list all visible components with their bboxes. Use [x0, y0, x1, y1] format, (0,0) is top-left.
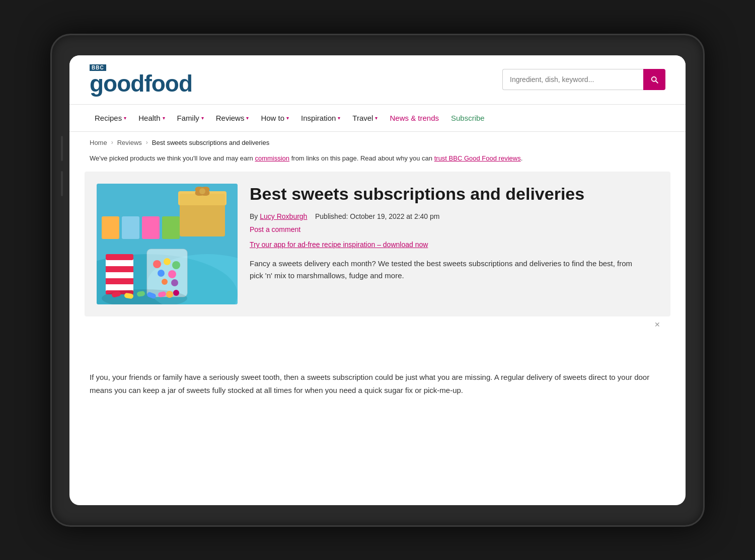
nav-label-news-trends: News & trends [390, 114, 439, 122]
disclosure-text-middle: from links on this page. Read about why … [289, 154, 434, 162]
nav-label-inspiration: Inspiration [301, 114, 336, 122]
article-meta: Best sweets subscriptions and deliveries… [238, 184, 658, 304]
svg-point-23 [168, 270, 176, 278]
nav-item-reviews[interactable]: Reviews ▾ [211, 105, 254, 131]
nav-label-reviews: Reviews [216, 114, 245, 122]
nav-item-news-trends[interactable]: News & trends [385, 105, 444, 131]
ad-close-button[interactable]: ✕ [654, 321, 660, 329]
svg-point-32 [166, 291, 173, 298]
breadcrumb-sep-1: › [111, 139, 113, 146]
svg-rect-11 [142, 216, 160, 239]
svg-point-22 [158, 270, 165, 277]
article-byline: By Lucy Roxburgh Published: October 19, … [250, 212, 646, 220]
nav-item-health[interactable]: Health ▾ [133, 105, 170, 131]
disclosure-text-after: . [521, 154, 523, 162]
svg-rect-14 [106, 254, 133, 260]
search-icon [650, 75, 659, 84]
article-paragraph-1: If you, your friends or family have a se… [90, 371, 665, 396]
nav-item-travel[interactable]: Travel ▾ [347, 105, 383, 131]
disclosure-notice: We've picked products we think you'll lo… [69, 153, 686, 172]
search-area [502, 69, 665, 90]
app-promo-link[interactable]: Try our app for ad-free recipe inspirati… [250, 241, 646, 249]
commission-link[interactable]: commission [255, 154, 289, 162]
breadcrumb-reviews[interactable]: Reviews [117, 139, 142, 146]
svg-rect-9 [102, 216, 119, 239]
svg-rect-5 [180, 194, 225, 236]
nav-label-travel: Travel [352, 114, 373, 122]
search-input[interactable] [502, 69, 643, 90]
svg-point-24 [162, 279, 168, 285]
logo-area: BBC goodfood [90, 64, 192, 95]
nav-item-recipes[interactable]: Recipes ▾ [90, 105, 131, 131]
nav-item-howto[interactable]: How to ▾ [256, 105, 294, 131]
disclosure-text-before: We've picked products we think you'll lo… [90, 154, 255, 162]
nav-arrow-family: ▾ [201, 115, 204, 121]
article-title: Best sweets subscriptions and deliveries [250, 184, 646, 204]
nav-label-howto: How to [261, 114, 284, 122]
nav-label-family: Family [177, 114, 199, 122]
sweets-illustration [97, 184, 238, 304]
breadcrumb: Home › Reviews › Best sweets subscriptio… [69, 132, 686, 153]
trust-link[interactable]: trust BBC Good Food reviews [434, 154, 521, 162]
svg-rect-12 [162, 216, 180, 239]
article-body: If you, your friends or family have a se… [69, 357, 686, 411]
nav-item-subscribe[interactable]: Subscribe [446, 105, 490, 131]
site-header: BBC goodfood [69, 55, 686, 105]
svg-rect-16 [106, 278, 133, 284]
main-nav: Recipes ▾ Health ▾ Family ▾ Reviews ▾ Ho… [69, 105, 686, 132]
site-logo[interactable]: goodfood [90, 72, 192, 95]
svg-point-21 [172, 261, 180, 269]
nav-arrow-reviews: ▾ [246, 115, 249, 121]
ad-area: ✕ [90, 316, 665, 357]
svg-rect-15 [106, 266, 133, 272]
nav-arrow-inspiration: ▾ [338, 115, 340, 121]
breadcrumb-current: Best sweets subscriptions and deliveries [152, 139, 269, 146]
nav-label-recipes: Recipes [95, 114, 122, 122]
article-excerpt: Fancy a sweets delivery each month? We t… [250, 258, 646, 282]
svg-point-33 [173, 290, 179, 296]
breadcrumb-sep-2: › [146, 139, 148, 146]
nav-label-subscribe: Subscribe [451, 114, 485, 122]
svg-rect-10 [122, 216, 139, 239]
svg-point-19 [153, 260, 161, 268]
search-button[interactable] [643, 69, 665, 90]
svg-point-8 [199, 188, 205, 194]
article-hero: Best sweets subscriptions and deliveries… [85, 172, 670, 316]
nav-item-family[interactable]: Family ▾ [172, 105, 209, 131]
nav-arrow-travel: ▾ [375, 115, 378, 121]
byline-prefix: By [250, 212, 260, 220]
nav-arrow-howto: ▾ [286, 115, 289, 121]
post-comment-link[interactable]: Post a comment [250, 225, 646, 233]
nav-label-health: Health [138, 114, 160, 122]
article-image [97, 184, 238, 304]
svg-point-25 [171, 279, 178, 286]
nav-arrow-health: ▾ [163, 115, 165, 121]
author-link[interactable]: Lucy Roxburgh [260, 212, 307, 220]
breadcrumb-home[interactable]: Home [90, 139, 107, 146]
nav-arrow-recipes: ▾ [124, 115, 126, 121]
published-date: Published: October 19, 2022 at 2:40 pm [315, 212, 440, 220]
nav-item-inspiration[interactable]: Inspiration ▾ [296, 105, 345, 131]
svg-point-20 [164, 258, 171, 265]
